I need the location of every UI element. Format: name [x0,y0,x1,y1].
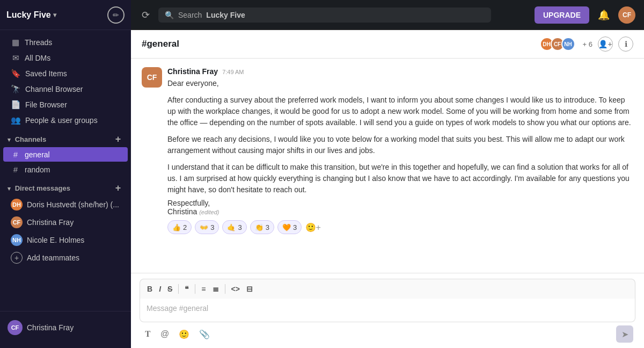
user-name-label: Christina Fray [27,323,74,332]
clap-emoji: 👏 [255,223,264,231]
messages-area: CF Christina Fray 7:49 AM Dear everyone,… [131,59,644,273]
threads-icon: ▦ [11,38,20,47]
send-button[interactable]: ➤ [616,325,633,343]
add-channel-button[interactable]: + [113,134,123,144]
channel-item-random[interactable]: # random [3,162,128,177]
dm-item-christina[interactable]: CF Christina Fray [3,214,128,231]
dm-section-toggle: ▾ Direct messages [8,184,70,192]
dm-item-nicole[interactable]: NH Nicole E. Holmes [3,231,128,249]
channel-header: #general DH CF NH + 6 👤+ ℹ [131,30,644,59]
channel-area: #general DH CF NH + 6 👤+ ℹ CF Christina … [131,30,644,348]
orange-heart-emoji: 🧡 [282,223,291,231]
message-para2: Before we reach any decisions, I would l… [167,134,633,156]
sidebar-item-saved-items[interactable]: 🔖 Saved Items [3,66,128,81]
christina-label: Christina Fray [27,218,74,227]
sidebar-item-file-browser[interactable]: 📄 File Browser [3,97,128,112]
toolbar-divider-3 [225,284,225,294]
message-item: CF Christina Fray 7:49 AM Dear everyone,… [142,67,633,234]
reaction-hands-open[interactable]: 👐 3 [195,220,219,234]
orange-heart-count: 3 [293,223,297,231]
add-dm-button[interactable]: + [113,183,123,193]
italic-button[interactable]: I [156,282,164,295]
numbered-list-button[interactable]: ≣ [210,282,222,295]
doris-label: Doris Hustvedt (she/her) (... [27,200,119,209]
sidebar-item-people-user-groups[interactable]: 👥 People & user groups [3,113,128,128]
file-browser-icon: 📄 [11,100,21,110]
message-para1: After conducting a survey about the pref… [167,95,633,128]
mention-button[interactable]: @ [157,327,172,341]
sign-off-label: Respectfully, [167,199,210,207]
people-icon: 👥 [11,115,21,125]
sidebar-item-file-browser-label: File Browser [25,100,67,109]
sidebar-item-all-dms-label: All DMs [25,54,50,62]
workspace-name-label: Lucky Five [6,10,51,20]
reactions-bar: 👍 2 👐 3 🤙 3 👏 3 [167,220,633,234]
topbar: ⟳ 🔍 Search Lucky Five UPGRADE 🔔 CF [131,0,644,30]
add-member-button[interactable]: 👤+ [598,37,613,52]
message-avatar: CF [142,67,162,88]
add-reaction-button[interactable]: 🙂+ [305,220,321,234]
code-block-button[interactable]: ⊟ [244,282,255,295]
dm-item-doris[interactable]: DH Doris Hustvedt (she/her) (... [3,196,128,213]
sidebar-item-threads[interactable]: ▦ Threads [3,35,128,50]
channels-section-header[interactable]: ▾ Channels + [0,128,131,147]
sidebar-item-channel-browser-label: Channel Browser [25,85,83,93]
message-sign-off: Respectfully, Christina (edited) [167,199,633,216]
sidebar-item-people-label: People & user groups [25,116,98,125]
chevron-icon-dm: ▾ [8,185,11,192]
edited-tag: (edited) [199,209,219,215]
message-text: Dear everyone, After conducting a survey… [167,78,633,195]
history-button[interactable]: ⟳ [140,7,152,23]
quote-button[interactable]: ❝ [182,282,192,295]
emoji-button[interactable]: 🙂 [175,327,193,342]
search-bar[interactable]: 🔍 Search Lucky Five [158,8,491,23]
topbar-right: UPGRADE 🔔 CF [535,6,635,24]
dm-section-header[interactable]: ▾ Direct messages + [0,177,131,195]
attach-button[interactable]: 📎 [196,327,213,342]
message-time-label: 7:49 AM [222,69,244,75]
search-icon: 🔍 [165,11,174,19]
thumbsup-count: 2 [183,223,187,231]
member-count-label: + 6 [583,40,592,48]
message-input[interactable]: Message #general [140,299,635,322]
sidebar-item-threads-label: Threads [25,38,52,47]
christina-avatar: CF [11,216,23,228]
channel-item-general[interactable]: # general [3,147,128,162]
dm-section-label: Direct messages [15,184,70,192]
hash-icon-random: # [11,165,20,174]
notification-bell-icon[interactable]: 🔔 [596,7,612,23]
nicole-label: Nicole E. Holmes [27,236,84,244]
sidebar-item-channel-browser[interactable]: 🔭 Channel Browser [3,82,128,97]
message-para3: I understand that it can be difficult to… [167,162,633,195]
user-topbar-avatar[interactable]: CF [618,6,635,24]
reaction-call-me[interactable]: 🤙 3 [222,220,246,234]
sidebar-item-all-dms[interactable]: ✉ All DMs [3,50,128,66]
search-prefix-label: Search [178,11,202,19]
reaction-thumbsup[interactable]: 👍 2 [167,220,192,234]
sidebar-nav: ▦ Threads ✉ All DMs 🔖 Saved Items 🔭 Chan… [0,30,131,311]
workspace-name[interactable]: Lucky Five ▾ [6,10,56,20]
call-me-emoji: 🤙 [227,223,236,231]
bold-button[interactable]: B [144,282,155,295]
bullet-list-button[interactable]: ≡ [199,282,208,295]
reaction-orange-heart[interactable]: 🧡 3 [277,220,302,234]
channel-info-button[interactable]: ℹ [618,37,633,52]
inline-code-button[interactable]: <> [229,282,243,295]
user-avatar: CF [8,320,23,335]
upgrade-button[interactable]: UPGRADE [535,6,589,24]
edit-icon: ✏ [113,11,119,19]
reaction-clap[interactable]: 👏 3 [250,220,274,234]
add-teammates-item[interactable]: + Add teammates [3,249,128,266]
user-info[interactable]: CF Christina Fray [8,316,123,339]
hands-open-count: 3 [210,223,214,231]
channel-browser-icon: 🔭 [11,84,21,94]
all-dms-icon: ✉ [11,53,20,63]
text-format-button[interactable]: 𝐓 [142,327,154,341]
search-workspace-label: Lucky Five [206,11,245,19]
edit-button[interactable]: ✏ [107,6,125,24]
channels-section-toggle: ▾ Channels [8,135,46,143]
sidebar-item-saved-items-label: Saved Items [25,69,67,78]
message-author-label: Christina Fray [167,67,218,76]
member-avatars: DH CF NH [540,37,575,51]
strikethrough-button[interactable]: S [165,282,175,295]
